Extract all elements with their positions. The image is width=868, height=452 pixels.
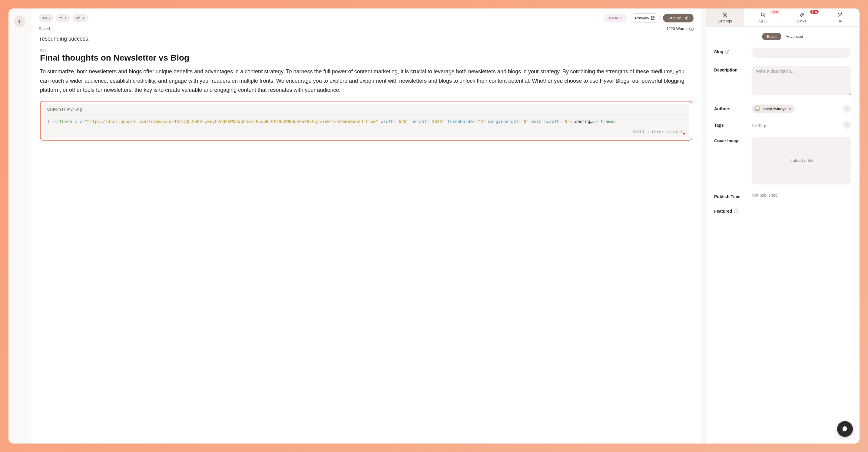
code-content[interactable]: <iframe src="https://docs.google.com/for… bbox=[54, 118, 685, 125]
chat-help-fab[interactable] bbox=[837, 421, 853, 437]
label-authors: Authors bbox=[714, 104, 746, 111]
code-exit-hint: SHIFT + Enter to exit bbox=[43, 128, 689, 138]
tags-empty: No Tags bbox=[752, 121, 767, 128]
preview-label: Preview bbox=[635, 16, 649, 20]
gear-icon bbox=[722, 12, 727, 18]
lang-pill-en[interactable]: en• bbox=[39, 14, 53, 22]
tab-seo[interactable]: 11% SEO bbox=[744, 8, 783, 26]
label-cover-image: Cover Image bbox=[714, 137, 746, 143]
paragraph-block[interactable]: To summarize, both newsletters and blogs… bbox=[40, 67, 692, 95]
avatar bbox=[755, 106, 760, 112]
lang-code: ar bbox=[76, 16, 80, 20]
links-count-badge: 7 bbox=[810, 10, 818, 13]
settings-sidebar: Settings 11% SEO 7 Links AI Basic Advanc… bbox=[706, 8, 860, 444]
draft-status-button[interactable]: DRAFT bbox=[604, 13, 627, 23]
plus-icon: + bbox=[82, 16, 85, 20]
external-link-icon bbox=[651, 16, 655, 20]
description-textarea[interactable] bbox=[752, 66, 851, 95]
lang-pill-fr[interactable]: fr+ bbox=[56, 14, 70, 22]
lang-code: fr bbox=[59, 16, 62, 20]
save-status: Saved bbox=[39, 26, 50, 31]
close-icon bbox=[815, 10, 817, 13]
editor-panel: en• fr+ ar+ DRAFT Preview Publish Saved … bbox=[31, 8, 701, 444]
back-button[interactable] bbox=[14, 16, 26, 27]
tab-label: Links bbox=[797, 19, 806, 23]
block-type-indicator: h2# bbox=[40, 48, 692, 52]
chat-icon bbox=[842, 426, 848, 432]
magnify-icon bbox=[761, 12, 766, 18]
editor-subbar: Saved 1223 Words i bbox=[31, 25, 701, 34]
author-name: Ishini Avindya bbox=[763, 107, 786, 111]
cursor-indicator bbox=[683, 133, 685, 134]
editor-toolbar: en• fr+ ar+ DRAFT Preview Publish bbox=[31, 8, 701, 25]
publish-label: Publish bbox=[669, 16, 681, 20]
editor-content[interactable]: resounding success. h2# Final thoughts o… bbox=[31, 34, 701, 444]
add-author-button[interactable]: + bbox=[843, 105, 851, 113]
word-count-label: 1223 Words bbox=[666, 26, 687, 31]
chevron-left-icon bbox=[18, 20, 22, 23]
line-number: 1 bbox=[47, 118, 50, 125]
tab-label: SEO bbox=[759, 19, 768, 23]
tab-settings[interactable]: Settings bbox=[706, 8, 744, 26]
slug-input[interactable] bbox=[752, 48, 851, 58]
info-icon[interactable]: i bbox=[734, 209, 738, 213]
code-block-header: Custom HTML/Twig bbox=[43, 104, 689, 115]
cover-upload-dropzone[interactable]: Upload a file bbox=[752, 137, 851, 184]
link-icon bbox=[799, 12, 805, 18]
seo-percentage-badge: 11% bbox=[770, 10, 780, 14]
info-icon[interactable]: i bbox=[725, 50, 729, 54]
prev-paragraph-tail: resounding success. bbox=[40, 36, 692, 42]
sparkle-icon bbox=[838, 12, 843, 18]
preview-button[interactable]: Preview bbox=[630, 13, 660, 23]
add-tag-button[interactable]: + bbox=[843, 121, 851, 129]
lang-code: en bbox=[42, 16, 46, 20]
subtab-basic[interactable]: Basic bbox=[762, 33, 781, 40]
publish-button[interactable]: Publish bbox=[663, 13, 693, 23]
active-dot: • bbox=[49, 17, 50, 20]
label-publish-time: Publish Time bbox=[714, 192, 746, 199]
word-count[interactable]: 1223 Words i bbox=[666, 26, 693, 31]
plus-icon: + bbox=[64, 16, 67, 20]
label-tags: Tags bbox=[714, 121, 746, 127]
send-icon bbox=[684, 16, 688, 20]
tab-label: Settings bbox=[718, 19, 732, 23]
tab-ai[interactable]: AI bbox=[822, 8, 860, 26]
subtab-advanced[interactable]: Advanced bbox=[786, 34, 803, 39]
author-chip[interactable]: Ishini Avindya × bbox=[752, 104, 795, 113]
label-featured: Featuredi bbox=[714, 207, 746, 214]
tab-label: AI bbox=[839, 19, 842, 23]
label-description: Description bbox=[714, 66, 746, 72]
label-slug: Slugi bbox=[714, 48, 746, 54]
publish-time-value[interactable]: Not published bbox=[752, 191, 778, 198]
remove-author-icon[interactable]: × bbox=[789, 107, 792, 111]
tab-links[interactable]: 7 Links bbox=[783, 8, 822, 26]
heading-h2[interactable]: Final thoughts on Newsletter vs Blog bbox=[40, 53, 692, 63]
svg-point-0 bbox=[724, 14, 726, 16]
code-block-selected[interactable]: Custom HTML/Twig 1 <iframe src="https://… bbox=[40, 101, 692, 141]
lang-pill-ar[interactable]: ar+ bbox=[73, 14, 88, 22]
info-icon: i bbox=[689, 27, 693, 31]
